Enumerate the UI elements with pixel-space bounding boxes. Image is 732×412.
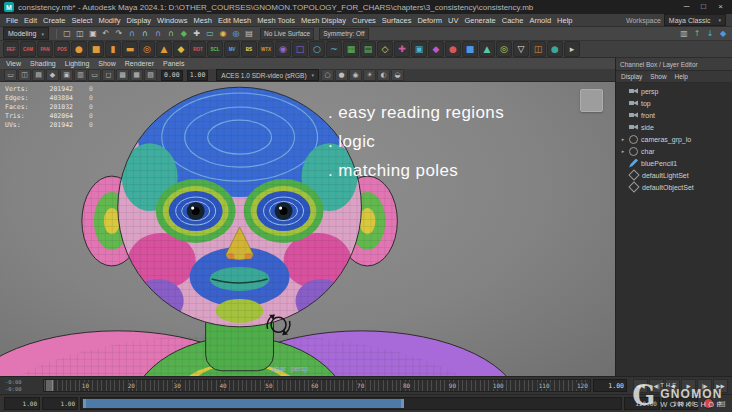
nurbs-sphere-icon[interactable]: ◉ <box>275 41 291 57</box>
play-backwards-button[interactable]: ◀ <box>665 379 680 393</box>
modeling-toolkit-icon[interactable]: ◆ <box>717 28 729 40</box>
wireframe-icon[interactable]: ○ <box>321 69 334 81</box>
construction-history-icon[interactable]: ✚ <box>191 28 203 40</box>
symmetry-dropdown[interactable]: Symmetry: Off <box>319 28 368 40</box>
render-settings-icon[interactable]: ▤ <box>243 28 255 40</box>
expand-arrow-icon[interactable]: ▸ <box>620 136 626 142</box>
crease-icon[interactable]: ◫ <box>530 41 546 57</box>
expand-arrow-icon[interactable]: ▸ <box>620 148 626 154</box>
render-view-icon[interactable]: ▭ <box>204 28 216 40</box>
poly-cube-icon[interactable]: ■ <box>88 41 104 57</box>
live-surface-dropdown[interactable]: No Live Surface <box>260 28 314 40</box>
close-button[interactable]: × <box>713 1 728 13</box>
panel-menu-item[interactable]: Show <box>98 60 116 67</box>
shelf-scl-button[interactable]: SCL <box>207 41 223 57</box>
current-time-field[interactable]: 1.00 <box>593 379 627 392</box>
step-forward-button[interactable]: |▶ <box>697 379 712 393</box>
menu-item[interactable]: Deform <box>417 16 442 25</box>
menu-item[interactable]: Cache <box>502 16 524 25</box>
workspace-selector[interactable]: Workspace Maya Classic ▾ <box>626 14 726 26</box>
panel-menu-item[interactable]: Renderer <box>125 60 154 67</box>
multi-cut-icon[interactable]: ▤ <box>360 41 376 57</box>
more-shelf-icon[interactable]: ▸ <box>564 41 580 57</box>
smooth-icon[interactable]: ▽ <box>513 41 529 57</box>
nurbs-cube-icon[interactable]: □ <box>292 41 308 57</box>
make-live-icon[interactable]: ◆ <box>178 28 190 40</box>
animation-end-field[interactable]: 200.00 <box>662 397 698 410</box>
menu-item[interactable]: Mesh <box>194 16 212 25</box>
outliner-item[interactable]: front <box>616 109 732 121</box>
add-divisions-icon[interactable]: ✚ <box>394 41 410 57</box>
mirror-icon[interactable]: ▣ <box>411 41 427 57</box>
menu-item[interactable]: Mesh Display <box>301 16 346 25</box>
poly-disc-icon[interactable]: ◆ <box>173 41 189 57</box>
menu-item[interactable]: Surfaces <box>382 16 412 25</box>
auto-key-button[interactable] <box>703 398 714 409</box>
gamma-field[interactable]: 1.00 <box>187 70 209 81</box>
channel-box-tab[interactable]: Channel Box / Layer Editor <box>616 58 732 71</box>
menu-item[interactable]: UV <box>448 16 458 25</box>
outliner-item[interactable]: defaultObjectSet <box>616 181 732 193</box>
current-frame-marker[interactable] <box>46 380 53 391</box>
menu-item[interactable]: Edit Mesh <box>218 16 251 25</box>
pan-zoom-icon[interactable]: ▥ <box>74 69 87 81</box>
shaded-icon[interactable]: ● <box>335 69 348 81</box>
menu-item[interactable]: Generate <box>464 16 495 25</box>
shadows-icon[interactable]: ◐ <box>377 69 390 81</box>
view-transform-dropdown[interactable]: ACES 1.0 SDR-video (sRGB) ▾ <box>216 69 319 81</box>
camera-attributes-icon[interactable]: ▤ <box>32 69 45 81</box>
resolution-gate-icon[interactable]: ◻ <box>102 69 115 81</box>
poly-plane-icon[interactable]: ▬ <box>122 41 138 57</box>
shelf-bs-button[interactable]: BS <box>241 41 257 57</box>
playback-end-field[interactable]: 120.00 <box>624 397 660 410</box>
menu-item[interactable]: Help <box>557 16 572 25</box>
safe-action-icon[interactable]: ▧ <box>144 69 157 81</box>
bevel-icon[interactable]: ◎ <box>496 41 512 57</box>
outliner-menu-item[interactable]: Show <box>650 73 666 80</box>
outliner-item[interactable]: persp <box>616 85 732 97</box>
film-gate-icon[interactable]: ▭ <box>88 69 101 81</box>
sculpt-icon[interactable]: ◆ <box>428 41 444 57</box>
delete-history-icon[interactable]: ● <box>445 41 461 57</box>
select-camera-icon[interactable]: ▭ <box>4 69 17 81</box>
isolate-select-icon[interactable]: ◒ <box>391 69 404 81</box>
poly-sphere-icon[interactable]: ● <box>71 41 87 57</box>
maximize-button[interactable]: □ <box>696 1 711 13</box>
play-forwards-button[interactable]: ▶ <box>681 379 696 393</box>
go-to-end-button[interactable]: ▶▶ <box>713 379 728 393</box>
shelf-ref-button[interactable]: REF <box>3 41 19 57</box>
panel-menu-item[interactable]: Shading <box>30 60 56 67</box>
sidebar-attribute-editor-icon[interactable]: ▥ <box>678 28 690 40</box>
snap-grid-icon[interactable]: ∩ <box>126 28 138 40</box>
outliner-item[interactable]: ▸ cameras_grp_lo <box>616 133 732 145</box>
bookmark-icon[interactable]: ◆ <box>46 69 59 81</box>
menu-item[interactable]: Mesh Tools <box>257 16 295 25</box>
lock-camera-icon[interactable]: ◫ <box>18 69 31 81</box>
exposure-field[interactable]: 0.00 <box>161 70 183 81</box>
panel-menu-item[interactable]: Lighting <box>65 60 90 67</box>
outliner-item[interactable]: top <box>616 97 732 109</box>
panel-menu-item[interactable]: View <box>6 60 21 67</box>
shelf-pos-button[interactable]: POS <box>54 41 70 57</box>
menu-item[interactable]: Windows <box>157 16 187 25</box>
save-scene-icon[interactable]: ▣ <box>87 28 99 40</box>
viewport[interactable]: Verts: 201942 0 Edges: 403884 0 Faces: <box>0 82 615 376</box>
menu-item[interactable]: Arnold <box>529 16 551 25</box>
outliner-item[interactable]: defaultLightSet <box>616 169 732 181</box>
playback-start-field[interactable]: 1.00 <box>42 397 78 410</box>
outliner-menu-item[interactable]: Help <box>675 73 688 80</box>
redo-icon[interactable]: ↷ <box>113 28 125 40</box>
shelf-cam-button[interactable]: CAM <box>20 41 36 57</box>
quad-draw-icon[interactable]: ■ <box>462 41 478 57</box>
menu-item[interactable]: Select <box>72 16 93 25</box>
outliner-item[interactable]: side <box>616 121 732 133</box>
snap-plane-icon[interactable]: ∩ <box>165 28 177 40</box>
menu-item[interactable]: File <box>6 16 18 25</box>
new-scene-icon[interactable]: ▢ <box>61 28 73 40</box>
extrude-icon[interactable]: ▲ <box>479 41 495 57</box>
step-back-button[interactable]: ◀| <box>649 379 664 393</box>
outliner-menu-item[interactable]: Display <box>621 73 642 80</box>
render-frame-icon[interactable]: ◉ <box>217 28 229 40</box>
menu-item[interactable]: Display <box>127 16 152 25</box>
snap-curve-icon[interactable]: ∩ <box>139 28 151 40</box>
